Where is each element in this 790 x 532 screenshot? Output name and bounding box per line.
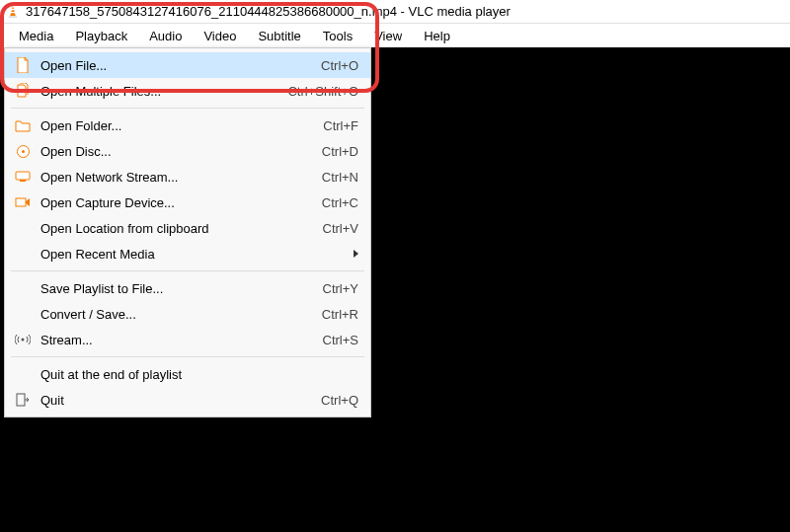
menu-item-shortcut: Ctrl+D	[279, 144, 358, 159]
menu-item-shortcut: Ctrl+S	[279, 333, 358, 347]
menu-open-capture[interactable]: Open Capture Device... Ctrl+C	[5, 190, 370, 215]
menu-item-label: Quit at the end of playlist	[40, 367, 279, 382]
menu-item-label: Open Network Stream...	[40, 170, 279, 185]
menu-open-clipboard[interactable]: Open Location from clipboard Ctrl+V	[5, 215, 370, 241]
menu-open-recent[interactable]: Open Recent Media	[5, 241, 370, 266]
svg-rect-2	[12, 9, 15, 10]
menu-subtitle[interactable]: Subtitle	[247, 26, 311, 46]
menu-help[interactable]: Help	[413, 26, 461, 46]
menu-item-shortcut: Ctrl+Q	[279, 393, 358, 408]
capture-icon	[13, 194, 33, 210]
menu-item-shortcut: Ctrl+N	[279, 170, 358, 185]
menu-open-multiple[interactable]: Open Multiple Files... Ctrl+Shift+O	[5, 78, 370, 104]
menu-open-folder[interactable]: Open Folder... Ctrl+F	[5, 113, 370, 138]
menu-tools[interactable]: Tools	[312, 26, 363, 46]
menu-item-shortcut: Ctrl+F	[279, 118, 358, 133]
title-bar: 317647158_5750843127416076_2110444825386…	[0, 0, 790, 24]
blank-icon	[13, 366, 33, 382]
menu-open-disc[interactable]: Open Disc... Ctrl+D	[5, 138, 370, 164]
menu-separator	[11, 270, 364, 271]
menu-stream[interactable]: Stream... Ctrl+S	[5, 327, 370, 352]
blank-icon	[13, 306, 33, 322]
menu-audio[interactable]: Audio	[138, 26, 193, 46]
menu-item-label: Open Multiple Files...	[40, 84, 279, 99]
menu-convert-save[interactable]: Convert / Save... Ctrl+R	[5, 301, 370, 327]
menu-item-label: Open Folder...	[40, 118, 279, 133]
menu-item-label: Open Location from clipboard	[40, 221, 279, 236]
menu-open-network[interactable]: Open Network Stream... Ctrl+N	[5, 164, 370, 190]
menu-item-shortcut: Ctrl+Shift+O	[279, 84, 358, 99]
svg-rect-7	[20, 180, 26, 182]
menu-item-label: Stream...	[40, 333, 279, 347]
menu-quit-end[interactable]: Quit at the end of playlist	[5, 361, 370, 387]
submenu-arrow-icon	[354, 250, 358, 258]
media-dropdown: Open File... Ctrl+O Open Multiple Files.…	[4, 47, 371, 418]
network-icon	[13, 169, 33, 185]
menu-item-shortcut: Ctrl+R	[279, 307, 358, 322]
stream-icon	[13, 332, 33, 347]
menu-item-label: Quit	[40, 393, 279, 408]
disc-icon	[13, 143, 33, 159]
folder-icon	[13, 117, 33, 133]
menu-media[interactable]: Media	[8, 26, 64, 46]
menu-quit[interactable]: Quit Ctrl+Q	[5, 387, 370, 413]
menu-item-shortcut: Ctrl+Y	[279, 281, 358, 296]
svg-point-9	[22, 339, 25, 342]
menu-item-shortcut: Ctrl+C	[279, 195, 358, 210]
blank-icon	[13, 280, 33, 296]
menu-item-shortcut: Ctrl+V	[279, 221, 358, 236]
file-icon	[13, 57, 33, 73]
menu-video[interactable]: Video	[193, 26, 247, 46]
files-icon	[13, 83, 33, 99]
menu-save-playlist[interactable]: Save Playlist to File... Ctrl+Y	[5, 275, 370, 301]
svg-rect-8	[16, 198, 26, 206]
blank-icon	[13, 246, 33, 262]
menu-playback[interactable]: Playback	[64, 26, 138, 46]
menu-item-label: Convert / Save...	[40, 307, 279, 322]
menu-item-label: Open Capture Device...	[40, 195, 279, 210]
menu-item-label: Save Playlist to File...	[40, 281, 279, 296]
svg-point-5	[22, 150, 25, 153]
window-title: 317647158_5750843127416076_2110444825386…	[26, 4, 511, 19]
svg-marker-0	[10, 6, 16, 17]
menu-view[interactable]: View	[363, 26, 413, 46]
vlc-cone-icon	[6, 5, 20, 19]
svg-rect-1	[9, 16, 17, 18]
svg-rect-3	[11, 12, 15, 13]
menu-item-label: Open Disc...	[40, 144, 279, 159]
quit-icon	[13, 392, 33, 408]
menu-item-label: Open File...	[40, 58, 279, 73]
menu-separator	[11, 356, 364, 357]
svg-rect-6	[16, 172, 30, 180]
blank-icon	[13, 220, 33, 236]
menu-item-shortcut: Ctrl+O	[279, 58, 358, 73]
menu-item-label: Open Recent Media	[40, 247, 354, 262]
menu-separator	[11, 108, 364, 109]
svg-rect-10	[17, 394, 25, 406]
menu-open-file[interactable]: Open File... Ctrl+O	[5, 52, 370, 78]
menu-bar: Media Playback Audio Video Subtitle Tool…	[0, 24, 790, 47]
